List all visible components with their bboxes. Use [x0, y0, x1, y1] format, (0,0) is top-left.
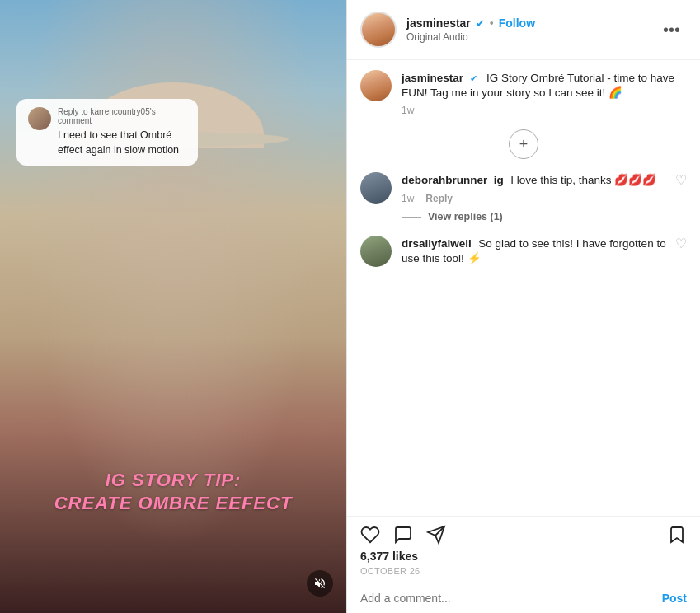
main-verified-icon: ✔	[470, 73, 477, 83]
deborah-meta: 1w Reply	[402, 193, 687, 204]
main-comment-avatar[interactable]	[360, 70, 392, 101]
deborah-text: I love this tip, thanks 💋💋💋	[510, 174, 656, 186]
header-avatar[interactable]	[360, 12, 397, 48]
post-date: OCTOBER 26	[360, 566, 687, 576]
right-panel: jasminestar ✔ • Follow Original Audio ••…	[346, 0, 700, 613]
deborah-username[interactable]: deborahbrunner_ig	[402, 174, 504, 186]
view-replies-text[interactable]: View replies (1)	[428, 211, 503, 222]
header-info: jasminestar ✔ • Follow Original Audio	[406, 16, 646, 43]
sally-avatar[interactable]	[360, 236, 392, 267]
likes-count: 6,377 likes	[360, 550, 687, 563]
reply-to-label: Reply to karrencountry05's comment	[58, 107, 186, 125]
header-subtitle: Original Audio	[406, 31, 646, 43]
main-commenter-name[interactable]: jasminestar	[402, 72, 463, 84]
follow-button[interactable]: Follow	[499, 16, 535, 30]
deborah-heart-icon[interactable]: ♡	[675, 172, 687, 188]
share-button[interactable]	[426, 525, 446, 545]
post-header: jasminestar ✔ • Follow Original Audio ••…	[347, 0, 700, 60]
more-options-button[interactable]: •••	[656, 17, 687, 43]
deborah-reply-link[interactable]: Reply	[425, 193, 453, 204]
like-button[interactable]	[360, 525, 380, 545]
header-username[interactable]: jasminestar	[406, 16, 471, 30]
comment-deborah: deborahbrunner_ig I love this tip, thank…	[360, 172, 687, 222]
deborah-avatar[interactable]	[360, 172, 392, 204]
dot-separator: •	[490, 16, 494, 30]
overlay-line1: IG STORY TIP:	[16, 470, 330, 491]
deborah-time: 1w	[402, 193, 414, 204]
sally-text-row: drsallyfalwell So glad to see this! I ha…	[402, 236, 687, 265]
view-replies-line	[402, 217, 421, 218]
comments-area: jasminestar ✔ IG Story Ombré Tutorial - …	[347, 60, 700, 516]
deborah-comment-body: deborahbrunner_ig I love this tip, thank…	[402, 172, 687, 222]
comment-sally: drsallyfalwell So glad to see this! I ha…	[360, 236, 687, 267]
plus-icon: +	[519, 136, 529, 153]
add-comment-input[interactable]	[360, 592, 654, 605]
add-comment-bar: Post	[347, 583, 700, 613]
username-row: jasminestar ✔ • Follow	[406, 16, 646, 30]
action-icons-row	[360, 525, 687, 545]
main-comment-text: jasminestar ✔ IG Story Ombré Tutorial - …	[402, 70, 687, 100]
post-comment-button[interactable]: Post	[662, 592, 687, 605]
video-panel: Reply to karrencountry05's comment I nee…	[0, 0, 346, 613]
main-comment-meta: 1w	[402, 105, 687, 116]
comment-bubble: Reply to karrencountry05's comment I nee…	[16, 99, 198, 166]
bubble-avatar	[28, 107, 51, 130]
sally-username[interactable]: drsallyfalwell	[402, 237, 472, 250]
deborah-text-row: deborahbrunner_ig I love this tip, thank…	[402, 172, 687, 188]
verified-icon: ✔	[476, 17, 485, 30]
mute-icon[interactable]	[307, 570, 333, 597]
bubble-text: I need to see that Ombré effect again in…	[58, 129, 186, 157]
view-replies-button[interactable]: View replies (1)	[402, 211, 687, 222]
bookmark-button[interactable]	[667, 525, 687, 545]
main-comment-body: jasminestar ✔ IG Story Ombré Tutorial - …	[402, 70, 687, 116]
video-overlay: IG STORY TIP: CREATE OMBRE EEFECT	[0, 470, 346, 514]
main-comment-time: 1w	[402, 105, 414, 116]
overlay-line2: CREATE OMBRE EEFECT	[16, 493, 330, 514]
add-comment-circle-button[interactable]: +	[509, 129, 538, 159]
main-post-comment: jasminestar ✔ IG Story Ombré Tutorial - …	[360, 70, 687, 116]
post-actions: 6,377 likes OCTOBER 26	[347, 516, 700, 583]
sally-comment-body: drsallyfalwell So glad to see this! I ha…	[402, 236, 687, 267]
sally-heart-icon[interactable]: ♡	[675, 236, 687, 251]
comment-button[interactable]	[393, 525, 413, 545]
